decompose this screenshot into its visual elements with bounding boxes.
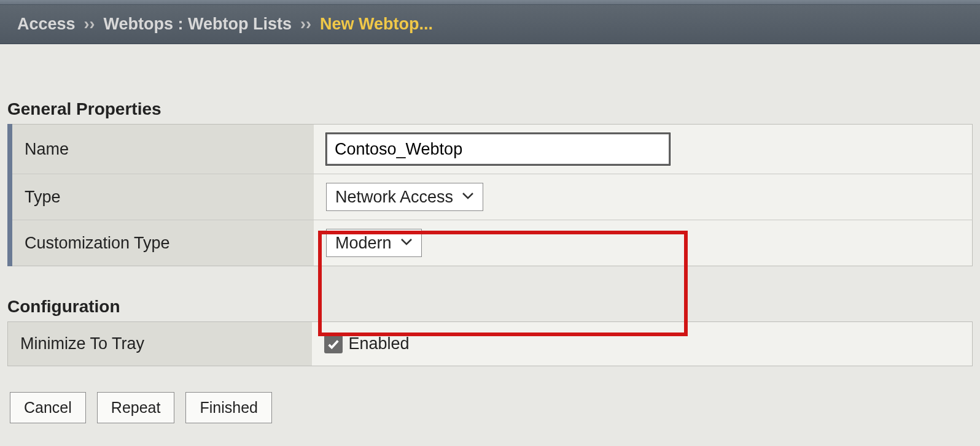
section-title-configuration: Configuration bbox=[7, 297, 973, 317]
minimize-checkbox-label: Enabled bbox=[349, 334, 410, 353]
section-title-general: General Properties bbox=[7, 99, 973, 119]
row-minimize-to-tray: Minimize To Tray Enabled bbox=[8, 322, 973, 366]
label-minimize-to-tray: Minimize To Tray bbox=[8, 322, 312, 366]
breadcrumb-webtops[interactable]: Webtops : Webtop Lists bbox=[104, 15, 292, 34]
label-name: Name bbox=[10, 125, 314, 174]
type-select-value: Network Access bbox=[335, 188, 453, 207]
row-type: Type Network Access bbox=[10, 174, 973, 220]
label-type: Type bbox=[10, 174, 314, 220]
label-customization-type: Customization Type bbox=[10, 220, 314, 266]
repeat-button[interactable]: Repeat bbox=[97, 392, 175, 423]
breadcrumb-separator: ›› bbox=[300, 15, 311, 34]
breadcrumb: Access ›› Webtops : Webtop Lists ›› New … bbox=[0, 5, 980, 44]
general-properties-table: Name Type Network Access Customiza bbox=[7, 124, 973, 266]
breadcrumb-access[interactable]: Access bbox=[17, 15, 76, 34]
minimize-checkbox[interactable] bbox=[324, 335, 343, 353]
configuration-table: Minimize To Tray Enabled bbox=[7, 321, 973, 366]
row-name: Name bbox=[10, 125, 973, 174]
type-select[interactable]: Network Access bbox=[326, 183, 483, 211]
breadcrumb-current: New Webtop... bbox=[320, 15, 433, 34]
finished-button[interactable]: Finished bbox=[185, 392, 272, 423]
cancel-button[interactable]: Cancel bbox=[10, 392, 86, 423]
name-input[interactable] bbox=[326, 133, 670, 165]
customization-select-value: Modern bbox=[335, 234, 392, 253]
window-top-bar bbox=[0, 0, 980, 5]
chevron-down-icon bbox=[462, 191, 474, 202]
row-customization-type: Customization Type Modern bbox=[10, 220, 973, 266]
breadcrumb-separator: ›› bbox=[84, 15, 95, 34]
chevron-down-icon bbox=[400, 237, 413, 248]
customization-type-select[interactable]: Modern bbox=[326, 229, 422, 257]
button-row: Cancel Repeat Finished bbox=[7, 392, 973, 423]
check-icon bbox=[327, 337, 340, 351]
